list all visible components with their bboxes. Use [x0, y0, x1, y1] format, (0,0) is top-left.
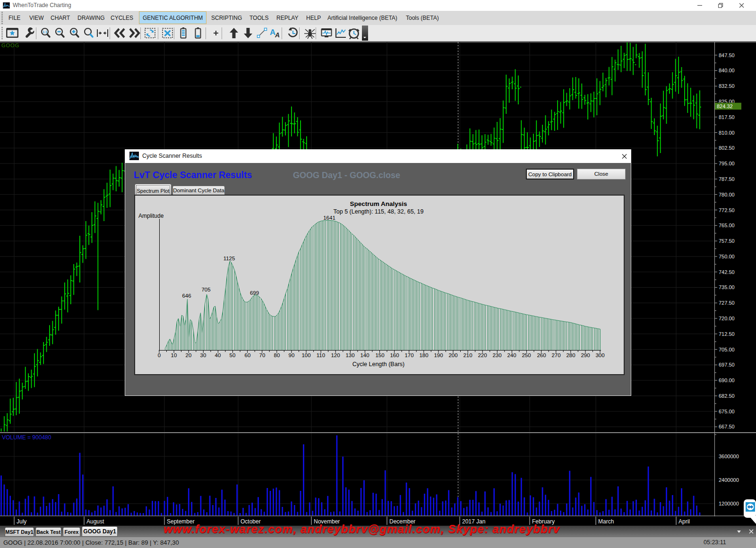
svg-text:190: 190 — [434, 352, 443, 358]
svg-text:824.32: 824.32 — [717, 103, 733, 109]
svg-text:110: 110 — [317, 352, 325, 358]
svg-text:10: 10 — [171, 352, 177, 358]
svg-text:70: 70 — [259, 352, 266, 358]
svg-text:802.50: 802.50 — [719, 145, 735, 151]
svg-text:VOLUME = 900480: VOLUME = 900480 — [2, 434, 52, 441]
svg-text:60: 60 — [245, 352, 251, 358]
svg-text:1:1: 1:1 — [43, 30, 47, 34]
svg-text:646: 646 — [182, 293, 191, 299]
svg-text:230: 230 — [492, 352, 501, 358]
svg-text:Amplitude: Amplitude — [138, 213, 164, 219]
svg-text:3600000: 3600000 — [719, 454, 739, 459]
svg-text:240: 240 — [507, 352, 516, 358]
svg-text:772.50: 772.50 — [719, 207, 735, 213]
svg-text:300: 300 — [595, 352, 604, 358]
svg-text:250: 250 — [522, 352, 531, 358]
svg-text:50: 50 — [230, 352, 236, 358]
svg-text:90: 90 — [289, 352, 295, 358]
svg-text:160: 160 — [390, 352, 399, 358]
svg-text:180: 180 — [419, 352, 428, 358]
svg-text:1125: 1125 — [223, 256, 235, 261]
svg-text:April: April — [679, 518, 690, 525]
svg-text:2400000: 2400000 — [719, 477, 739, 483]
svg-text:757.50: 757.50 — [719, 238, 735, 244]
svg-text:130: 130 — [345, 352, 354, 358]
svg-text:690.00: 690.00 — [719, 377, 735, 383]
svg-text:July: July — [17, 518, 26, 525]
svg-text:705: 705 — [201, 287, 210, 292]
svg-text:140: 140 — [360, 352, 369, 358]
svg-text:100: 100 — [301, 352, 310, 358]
svg-text:200: 200 — [448, 352, 457, 358]
svg-text:699: 699 — [250, 290, 259, 296]
svg-text:810.00: 810.00 — [719, 130, 735, 136]
svg-text:750.00: 750.00 — [719, 254, 735, 259]
svg-text:840.00: 840.00 — [719, 68, 735, 73]
svg-text:675.00: 675.00 — [719, 409, 735, 414]
svg-text:697.50: 697.50 — [719, 362, 735, 368]
svg-text:720.00: 720.00 — [719, 316, 735, 321]
svg-text:0: 0 — [158, 352, 161, 358]
svg-text:832.50: 832.50 — [719, 83, 735, 89]
svg-text:GOOG: GOOG — [1, 43, 19, 48]
svg-text:210: 210 — [463, 352, 472, 358]
svg-text:787.50: 787.50 — [719, 176, 735, 182]
svg-text:727.50: 727.50 — [719, 300, 735, 306]
svg-text:280: 280 — [566, 352, 575, 358]
svg-text:712.50: 712.50 — [719, 331, 735, 337]
svg-text:290: 290 — [581, 352, 590, 358]
svg-text:270: 270 — [551, 352, 560, 358]
svg-text:120: 120 — [331, 352, 340, 358]
svg-text:170: 170 — [404, 352, 413, 358]
svg-text:220: 220 — [478, 352, 487, 358]
svg-text:1641: 1641 — [323, 215, 335, 221]
svg-text:150: 150 — [375, 352, 384, 358]
svg-text:August: August — [86, 518, 104, 525]
svg-text:765.00: 765.00 — [719, 223, 735, 228]
svg-text:1200000: 1200000 — [719, 501, 739, 506]
svg-text:260: 260 — [537, 352, 546, 358]
svg-text:735.00: 735.00 — [719, 284, 735, 290]
svg-text:705.00: 705.00 — [719, 347, 735, 352]
svg-text:Cycle Length (Bars): Cycle Length (Bars) — [352, 361, 404, 368]
svg-text:Top 5 (Length): 115, 48, 32, 6: Top 5 (Length): 115, 48, 32, 65, 19 — [334, 208, 424, 215]
svg-text:40: 40 — [215, 352, 221, 358]
svg-text:780.00: 780.00 — [719, 192, 735, 197]
svg-text:847.50: 847.50 — [719, 52, 735, 58]
svg-text:682.50: 682.50 — [719, 393, 735, 399]
svg-text:667.50: 667.50 — [719, 424, 735, 429]
svg-text:20: 20 — [186, 352, 192, 358]
svg-text:795.00: 795.00 — [719, 161, 735, 166]
svg-text:742.50: 742.50 — [719, 269, 735, 275]
svg-text:Spectrum Analysis: Spectrum Analysis — [350, 200, 407, 207]
svg-text:March: March — [598, 518, 614, 525]
svg-text:80: 80 — [274, 352, 280, 358]
svg-text:817.50: 817.50 — [719, 114, 735, 120]
svg-text:A: A — [275, 31, 280, 39]
svg-text:30: 30 — [200, 352, 206, 358]
